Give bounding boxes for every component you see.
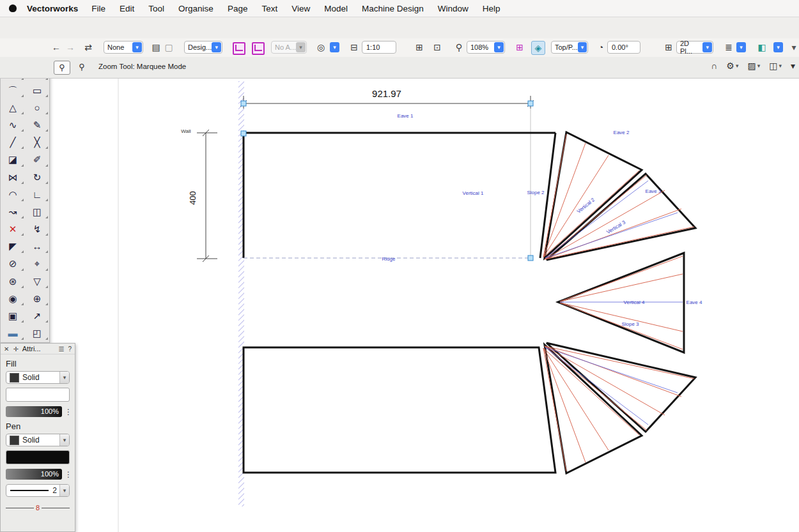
rotate-tool[interactable]: ↻ xyxy=(25,169,49,186)
layer-scale-icon[interactable]: ⊟ xyxy=(348,41,361,54)
stack-icon[interactable]: ≣ xyxy=(722,41,735,54)
layers-icon[interactable]: ▤ xyxy=(150,41,162,54)
menu-view[interactable]: View xyxy=(284,4,317,13)
fill-style-select[interactable]: Solid ▾ xyxy=(6,371,70,384)
plane-dropdown[interactable]: 2D Pl... ▾ xyxy=(676,41,713,54)
angle-tool[interactable]: ∟ xyxy=(25,186,49,203)
class-dropdown[interactable]: None ▾ xyxy=(104,41,143,54)
marquee-mode-button[interactable]: ⚲ xyxy=(54,61,70,75)
delete-tool[interactable]: ✕ xyxy=(1,220,25,238)
circle-tool[interactable]: ○ xyxy=(25,99,49,116)
roof-panel-middle[interactable] xyxy=(558,253,684,353)
menu-organise[interactable]: Organise xyxy=(171,4,221,13)
rectangle-tool[interactable]: ▭ xyxy=(25,82,49,99)
snap-magnet-icon[interactable]: ∩ xyxy=(711,61,717,71)
fit-objects-icon[interactable]: ⊞ xyxy=(413,41,426,54)
dimension-tool[interactable]: ↔ xyxy=(25,238,49,255)
forward-button[interactable]: → xyxy=(64,41,77,54)
arc-tool[interactable]: ⌒ xyxy=(1,82,25,99)
roof-wedge-top-1[interactable] xyxy=(545,132,642,258)
clip-tool[interactable]: ╳ xyxy=(25,133,49,151)
roof-panel-bottom[interactable] xyxy=(244,347,555,473)
pattern-tool[interactable]: ◉ xyxy=(1,290,25,307)
menu-machine-design[interactable]: Machine Design xyxy=(355,4,431,13)
corner-tool[interactable]: ◤ xyxy=(1,238,25,255)
move-by-points-tool[interactable]: ↗ xyxy=(25,307,49,324)
freehand-tool[interactable]: ✎ xyxy=(25,116,49,133)
menu-help[interactable]: Help xyxy=(476,4,508,13)
render-dropdown-icon[interactable]: ▾ xyxy=(773,42,783,52)
dock-icon[interactable]: ✛ xyxy=(13,346,18,353)
width-dimension[interactable] xyxy=(240,96,534,257)
menu-window[interactable]: Window xyxy=(431,4,476,13)
angle-icon[interactable]: ◔ xyxy=(594,41,607,54)
column-tool[interactable]: ◫ xyxy=(25,203,49,220)
pen-tool[interactable]: ✐ xyxy=(25,151,49,168)
zoom-level-dropdown[interactable]: 108% ▾ xyxy=(467,41,505,54)
frame-tool[interactable]: ▣ xyxy=(1,307,25,324)
toolbar-overflow-icon[interactable]: ▾ xyxy=(787,41,799,54)
navigation-icon[interactable]: ⇄ xyxy=(82,41,95,54)
marker-style-row[interactable]: 8 xyxy=(6,502,70,513)
corner-fill-tool[interactable]: ◪ xyxy=(1,151,25,168)
view-dropdown[interactable]: Top/P... ▾ xyxy=(551,41,588,54)
polygon-tool[interactable]: △ xyxy=(1,99,25,116)
saved-view-edit-icon[interactable] xyxy=(252,42,265,55)
menu-file[interactable]: File xyxy=(84,4,112,13)
drawing-canvas[interactable]: 921.97 400 xyxy=(0,78,799,532)
current-view-icon[interactable]: ◈ xyxy=(531,41,545,55)
no-attributes-dropdown[interactable]: No A... ▾ xyxy=(271,41,307,54)
saved-view-icon[interactable] xyxy=(233,42,245,55)
mode-overflow-icon[interactable]: ▾ xyxy=(791,61,795,71)
close-icon[interactable]: ✕ xyxy=(4,346,9,353)
line-weight-select[interactable]: 2 ▾ xyxy=(6,484,70,497)
stack-dropdown-icon[interactable]: ▾ xyxy=(736,42,746,52)
hatch-group[interactable]: ▨ ▾ xyxy=(747,61,760,71)
slab-tool[interactable]: ▬ xyxy=(1,324,25,342)
zoom-level-icon[interactable]: ⚲ xyxy=(453,41,465,54)
more-options-icon[interactable]: ⋮ xyxy=(65,407,70,416)
pen-style-select[interactable]: Solid ▾ xyxy=(6,434,70,446)
help-icon[interactable]: ? xyxy=(68,346,72,353)
panels-group[interactable]: ◫ ▾ xyxy=(769,61,782,71)
cone-tool[interactable]: ▽ xyxy=(25,273,49,290)
locus-tool[interactable]: ⌖ xyxy=(25,255,49,272)
settings-group[interactable]: ⚙ ▾ xyxy=(726,61,738,71)
plane-panel-icon[interactable]: ⊞ xyxy=(662,41,675,54)
menu-edit[interactable]: Edit xyxy=(112,4,141,13)
mirror-tool[interactable]: ⋈ xyxy=(1,169,25,186)
split-tool[interactable]: ↯ xyxy=(25,220,49,238)
fill-color-swatch[interactable] xyxy=(6,388,70,402)
spiral-tool[interactable]: ↝ xyxy=(1,203,25,220)
design-layer-dropdown[interactable]: Desig... ▾ xyxy=(184,41,222,54)
apple-icon[interactable] xyxy=(9,4,17,12)
grid-snap-icon[interactable]: ⊞ xyxy=(513,41,526,54)
reference-dropdown-icon[interactable]: ▾ xyxy=(330,42,339,52)
back-button[interactable]: ← xyxy=(50,41,63,54)
slash-circle-tool[interactable]: ⊘ xyxy=(1,255,25,272)
fit-page-icon[interactable]: ⊡ xyxy=(431,41,444,54)
palette-menu-icon[interactable]: ☰ xyxy=(58,346,64,353)
height-dimension[interactable] xyxy=(197,130,217,262)
angle-field[interactable]: 0.00° xyxy=(607,41,640,54)
menu-model[interactable]: Model xyxy=(317,4,355,13)
pen-opacity-slider[interactable]: 100% xyxy=(6,469,62,480)
pen-color-swatch[interactable] xyxy=(6,450,70,464)
fill-opacity-slider[interactable]: 100% xyxy=(6,406,62,417)
selection-handles[interactable] xyxy=(241,101,533,261)
menu-page[interactable]: Page xyxy=(221,4,255,13)
arc-by-points-tool[interactable]: ◠ xyxy=(1,186,25,203)
app-menu[interactable]: Vectorworks xyxy=(27,4,78,13)
reference-icon[interactable]: ◎ xyxy=(314,41,327,54)
sphere-tool[interactable]: ⊛ xyxy=(1,273,25,290)
double-line-tool[interactable]: ╱ xyxy=(1,133,25,151)
menu-text[interactable]: Text xyxy=(254,4,284,13)
select-similar-tool[interactable]: ◰ xyxy=(25,324,49,342)
polyline-tool[interactable]: ∿ xyxy=(1,116,25,133)
grid-tool[interactable]: ⊕ xyxy=(25,290,49,307)
layer-options-icon[interactable]: ▢ xyxy=(162,41,175,54)
more-options-icon[interactable]: ⋮ xyxy=(65,470,70,479)
render-cube-icon[interactable]: ◧ xyxy=(756,41,768,54)
menu-tool[interactable]: Tool xyxy=(141,4,171,13)
roof-panel-top[interactable] xyxy=(244,133,555,258)
